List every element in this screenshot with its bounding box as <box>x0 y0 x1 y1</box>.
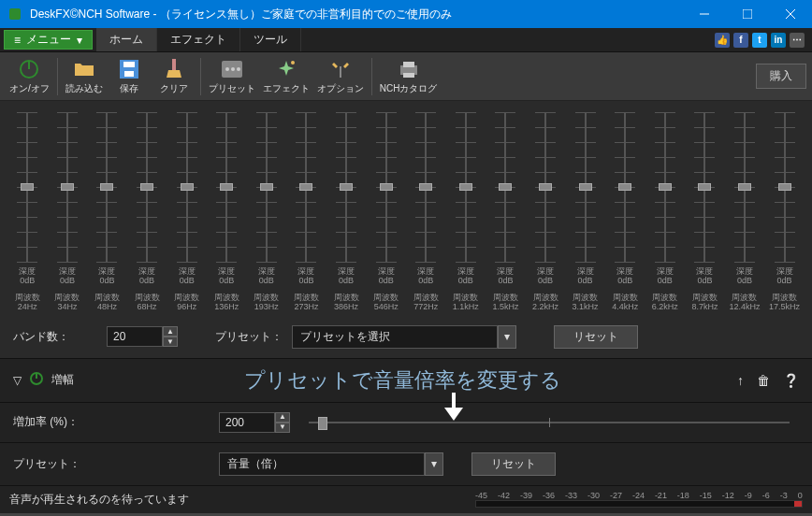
eq-freq-value: 273Hz <box>286 303 326 312</box>
eq-freq-value: 96Hz <box>167 303 207 312</box>
chevron-down-icon: ▾ <box>425 452 443 476</box>
catalog-button[interactable]: NCHカタログ <box>376 54 442 99</box>
toolbar: オン/オフ 読み込む 保存 クリア プリセット エフェクト オプション NCHカ… <box>0 52 812 101</box>
load-button[interactable]: 読み込む <box>62 54 107 99</box>
menu-button[interactable]: ≡ メニュー ▾ <box>4 30 93 50</box>
eq-freq-label: 周波数 <box>406 294 446 303</box>
hamburger-icon: ≡ <box>14 34 21 47</box>
eq-freq-value: 4.4kHz <box>605 303 645 312</box>
eq-slider[interactable] <box>186 112 188 262</box>
eq-depth-value: 0dB <box>167 277 207 286</box>
tab-tool[interactable]: ツール <box>240 28 301 51</box>
eq-slider[interactable] <box>26 112 28 262</box>
collapse-icon[interactable]: ▽ <box>13 374 22 387</box>
reset-button[interactable]: リセット <box>554 325 638 349</box>
eq-slider[interactable] <box>585 112 587 262</box>
eq-slider[interactable] <box>385 112 387 262</box>
eq-freq-label: 周波数 <box>645 294 686 303</box>
titlebar: DeskFX©NCH Software - （ライセンス無し）ご家庭での非営利目… <box>0 0 812 28</box>
gain-input[interactable] <box>219 412 275 433</box>
band-count-input[interactable] <box>107 326 163 347</box>
eq-slider[interactable] <box>465 112 467 262</box>
option-button[interactable]: オプション <box>313 54 368 99</box>
svg-rect-18 <box>403 62 414 67</box>
save-button[interactable]: 保存 <box>107 54 152 99</box>
buy-button[interactable]: 購入 <box>756 64 806 89</box>
linkedin-icon[interactable]: in <box>771 33 786 48</box>
eq-slider[interactable] <box>106 112 108 262</box>
help-icon[interactable]: ❔ <box>783 373 799 388</box>
minimize-button[interactable] <box>683 0 726 28</box>
eq-band: 深度0dB周波数546Hz <box>366 112 406 312</box>
eq-slider[interactable] <box>703 112 705 262</box>
eq-band: 深度0dB周波数68Hz <box>127 112 167 312</box>
eq-depth-label: 深度 <box>207 267 247 277</box>
eq-slider[interactable] <box>345 112 347 262</box>
eq-slider[interactable] <box>225 112 227 262</box>
app-icon <box>6 5 24 23</box>
eq-depth-value: 0dB <box>685 277 725 286</box>
onoff-button[interactable]: オン/オフ <box>6 54 53 99</box>
eq-depth-value: 0dB <box>486 277 526 286</box>
svg-rect-0 <box>9 8 21 20</box>
eq-slider[interactable] <box>305 112 307 262</box>
twitter-icon[interactable]: t <box>752 33 767 48</box>
eq-slider[interactable] <box>624 112 626 262</box>
preset2-label: プリセット： <box>13 456 97 472</box>
band-down-button[interactable]: ▼ <box>163 337 178 347</box>
close-button[interactable] <box>769 0 812 28</box>
eq-depth-label: 深度 <box>326 267 367 277</box>
meter-tick: -12 <box>722 491 734 500</box>
eq-slider[interactable] <box>784 112 786 262</box>
facebook-icon[interactable]: f <box>733 33 748 48</box>
overlay-text: プリセットで音量倍率を変更する <box>81 366 724 394</box>
eq-freq-label: 周波数 <box>48 294 88 303</box>
effect-button[interactable]: エフェクト <box>259 54 313 99</box>
reset2-button[interactable]: リセット <box>471 452 556 476</box>
share-icon[interactable]: ⋯ <box>790 33 805 48</box>
eq-slider[interactable] <box>266 112 268 262</box>
eq-band: 深度0dB周波数772Hz <box>406 112 446 312</box>
gain-down-button[interactable]: ▼ <box>275 423 290 433</box>
eq-depth-value: 0dB <box>526 277 566 286</box>
eq-freq-label: 周波数 <box>127 294 167 303</box>
clear-button[interactable]: クリア <box>152 54 196 99</box>
thumbs-up-icon[interactable]: 👍 <box>715 33 730 48</box>
eq-depth-value: 0dB <box>127 277 167 286</box>
band-up-button[interactable]: ▲ <box>163 326 178 337</box>
eq-depth-value: 0dB <box>725 277 765 286</box>
gain-slider[interactable] <box>309 414 790 431</box>
tab-effect[interactable]: エフェクト <box>157 28 240 51</box>
eq-depth-label: 深度 <box>48 267 88 277</box>
svg-rect-10 <box>172 59 176 70</box>
eq-depth-value: 0dB <box>7 277 48 286</box>
eq-slider[interactable] <box>504 112 506 262</box>
eq-slider[interactable] <box>744 112 746 262</box>
brush-icon <box>163 58 185 80</box>
eq-freq-label: 周波数 <box>207 294 247 303</box>
eq-band: 深度0dB周波数8.7kHz <box>685 112 725 312</box>
eq-slider[interactable] <box>146 112 148 262</box>
preset-button[interactable]: プリセット <box>205 54 259 99</box>
meter-tick: -15 <box>700 491 712 500</box>
section-power-icon[interactable] <box>29 371 44 389</box>
up-arrow-icon[interactable]: ↑ <box>737 373 744 388</box>
eq-freq-value: 772Hz <box>406 303 446 312</box>
eq-slider[interactable] <box>544 112 546 262</box>
preset-select[interactable]: プリセットを選択 ▾ <box>292 325 516 349</box>
eq-freq-value: 1.5kHz <box>486 303 526 312</box>
trash-icon[interactable]: 🗑 <box>757 373 770 388</box>
eq-band: 深度0dB周波数12.4kHz <box>725 112 765 312</box>
tools-icon <box>329 58 352 80</box>
eq-freq-value: 12.4kHz <box>725 303 765 312</box>
tab-home[interactable]: ホーム <box>96 28 157 51</box>
eq-freq-label: 周波数 <box>247 294 287 303</box>
eq-slider[interactable] <box>66 112 68 262</box>
maximize-button[interactable] <box>726 0 769 28</box>
eq-slider[interactable] <box>664 112 666 262</box>
chevron-down-icon: ▾ <box>77 34 82 47</box>
eq-slider[interactable] <box>425 112 427 262</box>
gain-up-button[interactable]: ▲ <box>275 412 290 423</box>
preset2-select[interactable]: 音量（倍） ▾ <box>219 452 443 476</box>
eq-depth-value: 0dB <box>247 277 287 286</box>
